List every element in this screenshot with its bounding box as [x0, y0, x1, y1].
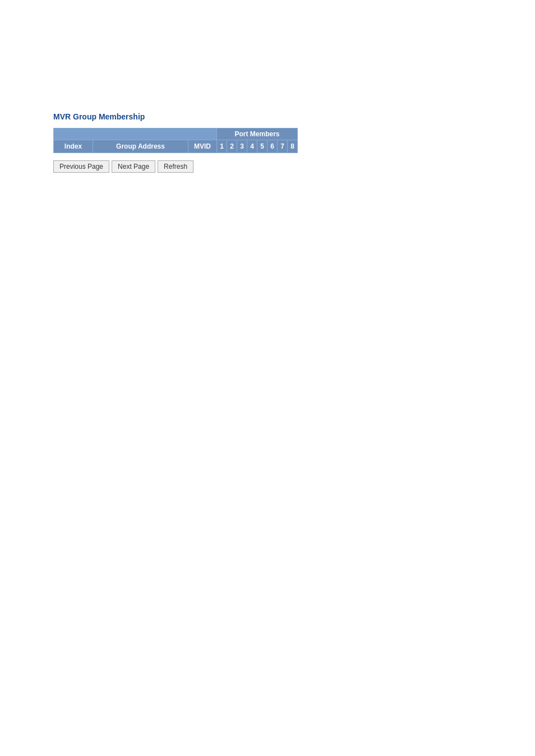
port-members-header: Port Members [217, 128, 298, 140]
port-2-header: 2 [227, 140, 237, 153]
port-3-header: 3 [237, 140, 247, 153]
port-1-header: 1 [217, 140, 227, 153]
group-address-header: Group Address [93, 140, 188, 153]
port-6-header: 6 [268, 140, 278, 153]
column-header-row: Index Group Address MVID 1 2 3 4 5 6 7 8 [54, 140, 298, 153]
port-8-header: 8 [288, 140, 298, 153]
previous-page-button[interactable]: Previous Page [53, 160, 109, 173]
empty-left [54, 128, 217, 140]
table-wrapper: Port Members Index Group Address MVID 1 … [53, 128, 298, 153]
page-container: MVR Group Membership Port Members Index … [0, 0, 535, 173]
port-4-header: 4 [247, 140, 257, 153]
page-title: MVR Group Membership [53, 112, 535, 121]
mvid-header: MVID [188, 140, 217, 153]
top-spacer-row: Port Members [54, 128, 298, 140]
next-page-button[interactable]: Next Page [112, 160, 155, 173]
index-header: Index [54, 140, 93, 153]
mvr-group-table: Port Members Index Group Address MVID 1 … [53, 128, 298, 153]
port-5-header: 5 [257, 140, 268, 153]
port-7-header: 7 [278, 140, 288, 153]
refresh-button[interactable]: Refresh [158, 160, 193, 173]
buttons-row: Previous Page Next Page Refresh [53, 160, 535, 173]
